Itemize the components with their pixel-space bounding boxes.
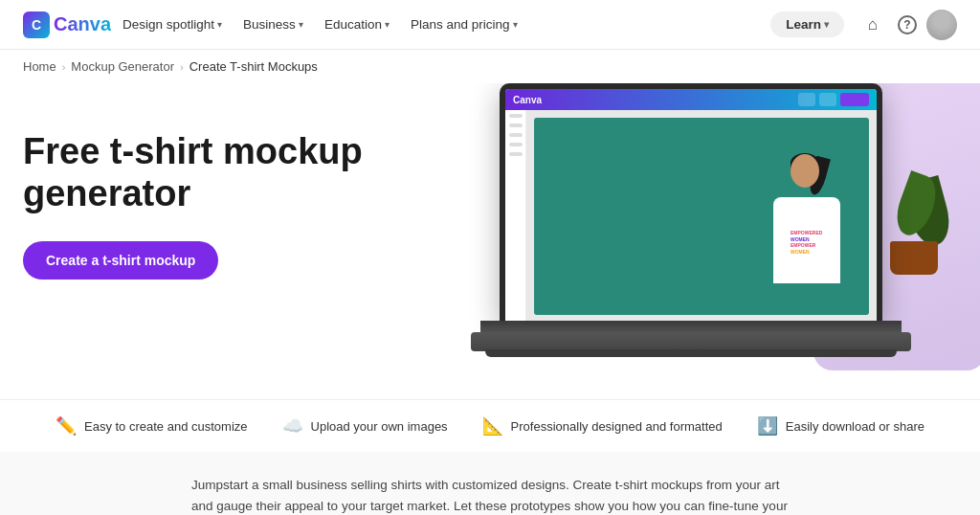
- hero-content: Free t-shirt mockup generator Create a t…: [23, 93, 425, 280]
- create-mockup-button[interactable]: Create a t-shirt mockup: [23, 241, 218, 280]
- edit-icon: ✏️: [56, 415, 77, 437]
- chevron-down-icon: ▾: [299, 19, 303, 30]
- avatar: [926, 10, 957, 40]
- chevron-down-icon: ▾: [385, 19, 390, 30]
- sidebar-tool-icon: [509, 123, 523, 127]
- chevron-down-icon: ▾: [217, 19, 222, 30]
- download-icon: ⬇️: [757, 415, 778, 437]
- editor-canva-logo: Canva: [513, 95, 542, 105]
- feature-download: ⬇️ Easily download or share: [757, 415, 924, 437]
- laptop-mockup: Canva: [480, 83, 902, 370]
- laptop-base-bottom: [485, 349, 897, 357]
- canva-logo-icon: C: [23, 11, 50, 38]
- nav-education[interactable]: Education ▾: [315, 11, 399, 37]
- editor-control: [819, 93, 836, 106]
- sidebar-tool-icon: [509, 133, 523, 137]
- nav-plans-pricing[interactable]: Plans and pricing ▾: [401, 11, 527, 37]
- editor-body: EMPOWERED WOMEN EMPOWER WOMEN: [505, 110, 877, 323]
- navbar: C Canva Design spotlight ▾ Business ▾ Ed…: [0, 0, 980, 50]
- nav-business[interactable]: Business ▾: [234, 11, 313, 37]
- nav-learn[interactable]: Learn ▾: [770, 11, 844, 37]
- breadcrumb-current: Create T-shirt Mockups: [189, 59, 318, 74]
- upload-icon: ☁️: [282, 415, 303, 437]
- tshirt-text: EMPOWERED WOMEN EMPOWER WOMEN: [791, 230, 822, 255]
- help-button[interactable]: ?: [892, 10, 923, 40]
- nav-design-spotlight[interactable]: Design spotlight ▾: [113, 11, 232, 37]
- avatar-button[interactable]: [926, 10, 957, 40]
- laptop-base: [471, 332, 911, 351]
- home-icon: ⌂: [868, 15, 878, 34]
- editor-share-button: [840, 93, 869, 106]
- feature-upload-images: ☁️ Upload your own images: [282, 415, 448, 437]
- breadcrumb: Home › Mockup Generator › Create T-shirt…: [0, 50, 980, 83]
- features-bar: ✏️ Easy to create and customize ☁️ Uploa…: [0, 399, 980, 452]
- sidebar-tool-icon: [509, 152, 523, 156]
- help-icon: ?: [898, 15, 917, 34]
- breadcrumb-mockup-generator[interactable]: Mockup Generator: [71, 59, 174, 74]
- canva-logo[interactable]: C Canva: [23, 11, 111, 38]
- chevron-down-icon: ▾: [824, 19, 829, 30]
- tshirt-design: EMPOWERED WOMEN EMPOWER WOMEN: [534, 118, 869, 315]
- sidebar-tool-icon: [509, 114, 523, 118]
- breadcrumb-separator: ›: [62, 61, 66, 73]
- design-icon: 📐: [482, 415, 503, 437]
- breadcrumb-separator: ›: [180, 61, 184, 73]
- feature-easy-create: ✏️ Easy to create and customize: [56, 415, 248, 437]
- hero-image: Canva: [425, 93, 957, 399]
- hero-section: Free t-shirt mockup generator Create a t…: [0, 83, 980, 399]
- feature-professional: 📐 Professionally designed and formatted: [482, 415, 723, 437]
- laptop-display: Canva: [505, 89, 877, 323]
- page-title: Free t-shirt mockup generator: [23, 131, 425, 214]
- editor-topbar-controls: [798, 93, 869, 106]
- description-text: Jumpstart a small business selling shirt…: [191, 475, 789, 515]
- home-button[interactable]: ⌂: [858, 10, 888, 40]
- editor-topbar: Canva: [505, 89, 877, 110]
- editor-sidebar: [505, 110, 526, 323]
- figure-body: EMPOWERED WOMEN EMPOWER WOMEN: [773, 197, 840, 283]
- tshirt-figure: EMPOWERED WOMEN EMPOWER WOMEN: [764, 149, 850, 283]
- editor-control: [798, 93, 815, 106]
- editor-canvas: EMPOWERED WOMEN EMPOWER WOMEN: [526, 110, 877, 323]
- description-section: Jumpstart a small business selling shirt…: [0, 452, 980, 515]
- canva-logo-text: Canva: [54, 13, 111, 35]
- laptop-screen: Canva: [500, 83, 882, 323]
- breadcrumb-home[interactable]: Home: [23, 59, 56, 74]
- sidebar-tool-icon: [509, 143, 523, 146]
- figure-head: [791, 154, 819, 188]
- chevron-down-icon: ▾: [513, 19, 518, 30]
